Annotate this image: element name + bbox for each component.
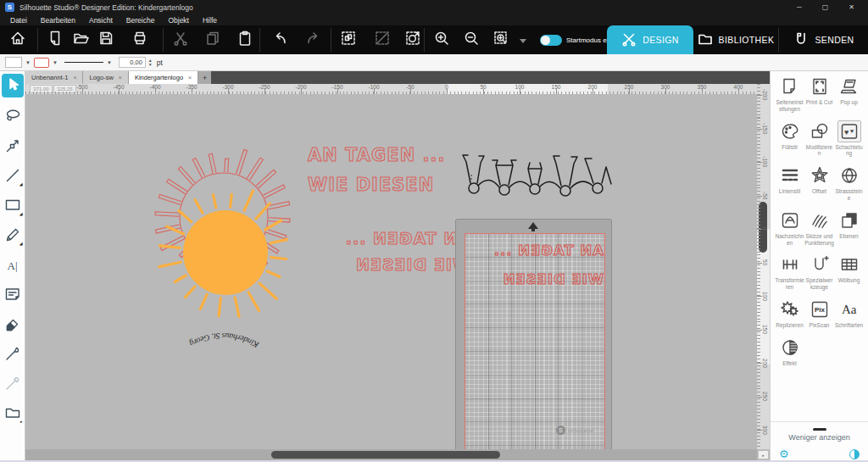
line-style-dropdown-icon[interactable]: ▼ — [107, 60, 112, 65]
tab-design[interactable]: DESIGN — [607, 25, 693, 54]
panel-item-seiteneinstellungen[interactable]: Seiteneinstellungen — [775, 75, 804, 113]
menu-objekt[interactable]: Objekt — [161, 16, 196, 25]
drag-zoom-icon — [492, 30, 509, 50]
cutting-mat[interactable]: AN TAGEN ... WIE DIESEN S silhouette — [455, 219, 612, 449]
close-tab-icon[interactable]: × — [73, 75, 76, 81]
drag-zoom-dropdown[interactable] — [512, 30, 534, 50]
zoom-in-button[interactable] — [431, 30, 453, 50]
panel-item-linienstil[interactable]: Linienstil — [775, 164, 804, 202]
doc-tab-logo-sw[interactable]: Logo-sw× — [83, 71, 128, 84]
note-tool[interactable] — [3, 287, 22, 305]
warp-icon — [837, 253, 861, 276]
close-tab-icon[interactable]: × — [119, 75, 122, 81]
select-all-button[interactable] — [337, 30, 359, 50]
headline-text-2[interactable]: WIE DIESEN — [308, 175, 434, 195]
menu-bereiche[interactable]: Bereiche — [120, 16, 162, 25]
panel-item-strasssteine[interactable]: Strasssteine — [834, 164, 864, 202]
undo-button[interactable] — [270, 30, 292, 50]
doc-tab-unbenannt-1[interactable]: Unbenannt-1× — [25, 71, 83, 84]
menu-ansicht[interactable]: Ansicht — [82, 16, 120, 25]
gear-icon[interactable]: ⚙ — [779, 448, 789, 459]
eyedropper-tool[interactable] — [3, 376, 22, 394]
library-shortcut-tool[interactable]: ▸ — [3, 405, 22, 424]
open-button[interactable] — [70, 30, 92, 50]
sun-caption[interactable]: Kinderhaus St. Georg — [168, 314, 278, 359]
deselect-button[interactable] — [371, 30, 393, 50]
fill-dropdown-icon[interactable]: ▼ — [25, 60, 31, 65]
menu-datei[interactable]: Datei — [3, 16, 34, 25]
panel-item-transformieren[interactable]: Transformieren — [775, 253, 804, 291]
inverse-select-button[interactable] — [402, 30, 424, 50]
panel-item-effekt[interactable]: Effekt — [775, 337, 804, 367]
knife-tool[interactable] — [3, 346, 22, 365]
fill-swatch[interactable] — [5, 57, 22, 68]
panel-item-schriftarten[interactable]: AaSchriftarten — [834, 298, 864, 329]
cursor-x-readout: 371,00 — [30, 85, 53, 93]
line-thickness-input[interactable]: 0,00 — [119, 57, 146, 68]
cut-button[interactable] — [170, 30, 192, 50]
rectangle-tool[interactable]: ◢ — [3, 198, 22, 216]
paste-button[interactable] — [234, 30, 256, 50]
eraser-tool[interactable] — [3, 316, 22, 335]
doc-tab-kindergartenlogo[interactable]: Kindergartenlogo× — [129, 71, 198, 84]
horizontal-scrollbar-thumb[interactable] — [271, 451, 500, 459]
mirrored-headline-group[interactable]: AN TAGEN ... WIE DIESEN — [303, 225, 470, 278]
startmodus-toggle[interactable] — [540, 35, 562, 46]
close-tab-icon[interactable]: × — [188, 75, 192, 81]
line-tool[interactable]: ◢ — [3, 168, 22, 186]
panel-item-ebenen[interactable]: Ebenen — [834, 209, 864, 247]
collapse-handle[interactable] — [813, 428, 826, 431]
line-color-swatch[interactable] — [34, 58, 49, 68]
panel-item-popup[interactable]: Pop up — [834, 75, 864, 113]
close-button[interactable]: ✕ — [849, 3, 854, 11]
design-label: DESIGN — [643, 35, 679, 45]
panel-item-offset[interactable]: Offset — [804, 164, 834, 202]
menu-bearbeiten[interactable]: Bearbeiten — [34, 16, 82, 25]
kids-doodle[interactable] — [460, 148, 613, 198]
maximize-button[interactable]: ▢ — [822, 3, 829, 11]
home-button[interactable] — [7, 30, 29, 50]
design-canvas[interactable]: AN TAGEN ... WIE DIESEN AN TAGEN ... WIE… — [25, 94, 757, 449]
mat-mirrored-text-group[interactable]: AN TAGEN ... WIE DIESEN — [466, 237, 604, 294]
panel-item-print-cut[interactable]: Print & Cut — [804, 75, 834, 113]
panel-item-schachtelung[interactable]: ♥♥Schachtelung — [834, 120, 864, 158]
panel-item-modifizieren[interactable]: Modifizieren — [804, 120, 834, 158]
new-document-button[interactable] — [44, 30, 66, 50]
panel-item-pixscan[interactable]: PixPixScan — [804, 298, 834, 329]
line-color-dropdown-icon[interactable]: ▼ — [53, 60, 58, 65]
print-button[interactable] — [129, 30, 151, 50]
copy-button[interactable] — [202, 30, 224, 50]
zoom-out-icon — [463, 30, 480, 50]
draw-tool[interactable]: ◢ — [3, 227, 22, 246]
panel-item-replizieren[interactable]: Replizieren — [775, 298, 804, 329]
save-button[interactable] — [95, 30, 117, 50]
point-edit-tool[interactable] — [3, 138, 22, 157]
svg-text:Pix: Pix — [815, 306, 826, 314]
redo-button[interactable] — [302, 30, 324, 50]
knife-icon — [3, 344, 22, 366]
panel-item-woelbung[interactable]: Wölbung — [834, 253, 864, 291]
horizontal-scrollbar[interactable]: ▸ — [25, 449, 757, 460]
panel-item-skizze[interactable]: Skizze und Punktierung — [804, 209, 834, 247]
tab-senden[interactable]: SENDEN — [782, 25, 866, 54]
tab-bibliothek[interactable]: BIBLIOTHEK — [695, 25, 776, 54]
new-tab-button[interactable]: + — [198, 71, 211, 84]
thickness-stepper[interactable]: ▲▼ — [148, 58, 153, 66]
menu-hilfe[interactable]: Hilfe — [196, 16, 224, 25]
collapse-label[interactable]: Weniger anzeigen — [771, 433, 868, 442]
minimize-button[interactable]: ─ — [797, 3, 802, 11]
line-style-sample[interactable] — [64, 62, 103, 63]
lasso-select-tool[interactable] — [3, 109, 22, 127]
scrollbar-corner[interactable]: ▸ — [758, 450, 769, 459]
select-tool[interactable] — [2, 74, 24, 97]
panel-item-fuellstil[interactable]: Füllstil — [775, 120, 804, 158]
drag-zoom-button[interactable] — [490, 30, 512, 50]
headline-text-1[interactable]: AN TAGEN ... — [308, 145, 446, 165]
sun-logo[interactable] — [144, 141, 322, 336]
panel-item-nachzeichnen[interactable]: Nachzeichnen — [775, 209, 804, 247]
text-tool[interactable]: A| — [3, 257, 22, 276]
zoom-out-button[interactable] — [460, 30, 482, 50]
contrast-icon[interactable] — [849, 449, 860, 459]
panel-item-spezialwerkzeuge[interactable]: Spezialwerkzeuge — [804, 253, 834, 291]
silhouette-studio-window: S Silhouette Studio® Designer Edition: K… — [0, 0, 868, 462]
